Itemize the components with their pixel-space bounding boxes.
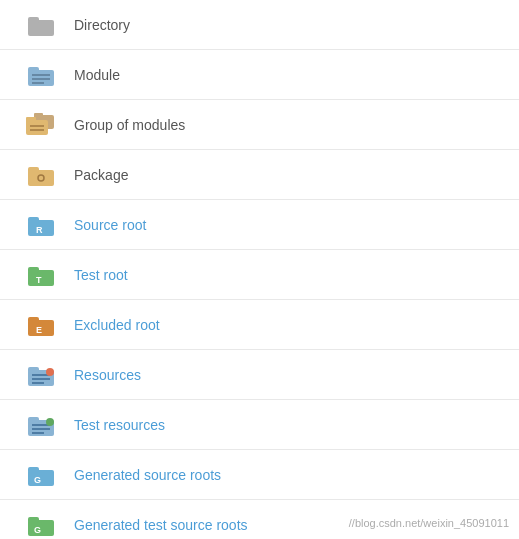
list-item: Package	[0, 150, 519, 200]
svg-text:G: G	[34, 475, 41, 485]
package-label: Package	[66, 167, 503, 183]
svg-text:R: R	[36, 225, 43, 235]
generated-source-roots-icon: G	[16, 464, 66, 486]
svg-rect-14	[28, 167, 39, 173]
excluded-root-label[interactable]: Excluded root	[66, 317, 503, 333]
svg-rect-20	[28, 267, 39, 273]
svg-rect-32	[28, 417, 39, 423]
list-item: G Generated source roots	[0, 450, 519, 500]
svg-point-30	[46, 368, 54, 376]
test-root-icon: T	[16, 264, 66, 286]
svg-rect-3	[28, 67, 39, 73]
generated-test-source-roots-label[interactable]: Generated test source roots	[66, 517, 503, 533]
list-item: Directory	[0, 0, 519, 50]
module-icon	[16, 64, 66, 86]
resources-icon	[16, 364, 66, 386]
list-item: Group of modules	[0, 100, 519, 150]
resources-label[interactable]: Resources	[66, 367, 503, 383]
svg-rect-41	[28, 517, 39, 523]
directory-label: Directory	[66, 17, 503, 33]
test-resources-icon	[16, 414, 66, 436]
excluded-root-icon: E	[16, 314, 66, 336]
list-item: G Generated test source roots	[0, 500, 519, 539]
list-item: Module	[0, 50, 519, 100]
generated-source-roots-label[interactable]: Generated source roots	[66, 467, 503, 483]
svg-text:E: E	[36, 325, 42, 335]
package-icon	[16, 164, 66, 186]
svg-text:T: T	[36, 275, 42, 285]
svg-rect-1	[28, 17, 39, 23]
list-item: E Excluded root	[0, 300, 519, 350]
module-label: Module	[66, 67, 503, 83]
list-item: Test resources	[0, 400, 519, 450]
source-root-label[interactable]: Source root	[66, 217, 503, 233]
legend-list: Directory Module	[0, 0, 519, 539]
svg-point-36	[46, 418, 54, 426]
svg-rect-23	[28, 317, 39, 323]
group-modules-icon	[16, 113, 66, 137]
svg-rect-10	[26, 117, 36, 123]
generated-test-source-roots-icon: G	[16, 514, 66, 536]
list-item: T Test root	[0, 250, 519, 300]
list-item: R Source root	[0, 200, 519, 250]
source-root-icon: R	[16, 214, 66, 236]
svg-text:G: G	[34, 525, 41, 535]
list-item: Resources	[0, 350, 519, 400]
svg-rect-26	[28, 367, 39, 373]
test-resources-label[interactable]: Test resources	[66, 417, 503, 433]
svg-rect-17	[28, 217, 39, 223]
directory-icon	[16, 14, 66, 36]
test-root-label[interactable]: Test root	[66, 267, 503, 283]
group-modules-label: Group of modules	[66, 117, 503, 133]
svg-rect-38	[28, 467, 39, 473]
